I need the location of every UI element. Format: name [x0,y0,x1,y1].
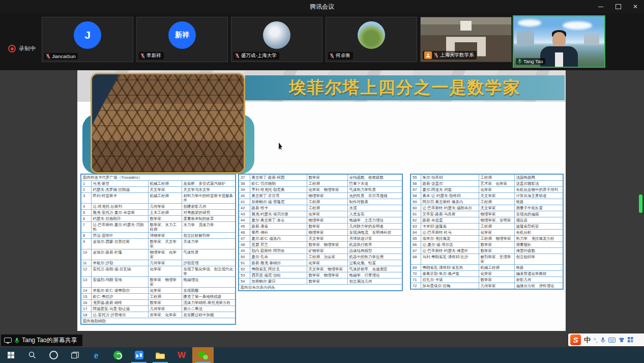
skin-icon[interactable] [619,337,625,343]
360-browser-button[interactable] [107,347,128,363]
name-cell: 亚瑟·莫兰 [250,242,307,248]
row-number: 42 [239,205,250,211]
sogou-input-toolbar[interactable]: S 中 °, [568,333,644,346]
row-number: 53 [239,272,250,278]
contribution-cell: 制作对数表 [347,199,402,205]
row-number: 38 [239,181,250,187]
name-cell: 米歇尔·沙勒 [91,260,148,266]
row-number: 10 [81,249,91,260]
profession-cell: 数学家 [307,278,347,285]
participant-name-bar: 上海大学数学系 [423,51,477,60]
name-cell: 皮埃尔·路易·杜隆 [91,249,148,260]
name-cell: 奥古斯丁·菲涅耳 [250,193,307,199]
table-row: 69弗朗索瓦·泽维耶·索瓦热机械工程师铁路 [411,265,563,271]
table-row: 11米歇尔·沙勒几何学家沙勒定理 [81,260,236,266]
toolbox-icon[interactable] [628,337,633,343]
contribution-cell: 计算出海王星轨道 [514,193,563,199]
name-cell: 马克·塞甘 [91,181,148,187]
cortana-button[interactable] [43,347,64,363]
window-title: 腾讯会议 [0,0,644,13]
360-browser-icon [113,351,122,359]
eiffel-tower-photo [91,73,245,174]
profession-cell: 工程师 [479,224,514,230]
table-row: 37奥古斯丁·路易·柯西数学家全纯函数、收敛级数 [239,174,402,181]
table-footer-row: 面向拉布尔多内码头 [239,285,402,291]
voice-input-icon[interactable] [600,337,605,343]
name-cell: 让-安托万·沙普塔尔 [91,312,148,318]
recording-indicator: 录制中 [8,45,36,52]
profession-cell: 数学家 [148,300,182,306]
row-number: 66 [411,242,421,248]
contribution-cell: 机器执行效率 [347,242,402,248]
row-number: 12 [81,266,91,277]
tencent-meeting-button[interactable] [128,347,150,363]
participant-tile-jiancaisun[interactable]: J JiancaiSun [42,17,133,62]
contribution-cell: 巴黎下水道 [347,181,402,187]
row-number: 63 [411,224,421,230]
sogou-logo-icon[interactable]: S [570,334,581,345]
close-button[interactable]: ✕ [627,0,644,13]
row-number: 46 [239,230,250,236]
participant-tile-shu-math-dept[interactable]: 上海大学数学系 [420,17,512,62]
participant-tile-hezhuoheng[interactable]: 何卓衡 [326,17,417,62]
ime-mode-indicator[interactable]: 中 [584,336,591,345]
contribution-cell: 发现了氧化学说、创立现代化学 [182,266,236,277]
profession-cell: 化学家 [307,211,347,217]
name-cell: 让-夏尔·德·博尔达 [421,242,479,248]
mouse-cursor [279,143,283,150]
wps-office-button[interactable]: W [171,347,192,363]
scroll-indicator[interactable] [639,194,642,213]
name-cell: 莱昂·傅科 [250,230,307,236]
participant-tile-lixinxiang[interactable]: 新祥 李新祥 [136,17,228,62]
mic-on-icon [517,59,522,64]
name-cell: 夏尔·奥古斯丁·库仑 [250,217,307,224]
wechat-icon [198,351,208,359]
name-cell: 弗朗索瓦·阿拉戈 [250,266,307,272]
search-button[interactable] [21,347,43,363]
participant-tile-shengwancheng[interactable]: 盛万成-上海大学 [231,17,323,62]
table-row: 39亨利·维克托·勒尼奥化学家、物理学家气体热力学性质 [239,187,402,193]
name-cell: 让·巴蒂斯特·约瑟夫·傅里叶 [421,248,479,254]
contribution-cell: 有机分析 [514,230,563,236]
row-number: 50 [239,254,250,260]
contribution-cell: 感应器 [514,217,563,224]
punctuation-icon[interactable]: °, [594,337,597,343]
profession-cell: 物理学家 [479,211,514,217]
name-cell: 亨利·维克托·勒尼奥 [250,187,307,193]
keyboard-icon[interactable] [608,338,616,343]
profession-cell: 天文学家 [307,236,347,242]
eiffel-names-table-middle: 37奥古斯丁·路易·柯西数学家全纯函数、收敛级数38欧仁·贝尔格朗工程师巴黎下水… [238,174,403,291]
contribution-cell: 创立组织学 [514,254,563,265]
start-button[interactable] [0,347,21,363]
table-row: 63卡米耶·波隆索工程师波隆索型桁架 [411,224,563,230]
row-number: 3 [81,193,91,204]
minimize-button[interactable] [592,0,609,13]
table-row: 1马克·塞甘机械工程师悬索桥、多管式蒸汽锅炉 [81,181,236,187]
profession-cell: 机械工程师 [479,265,514,271]
name-cell: 让-维克托·彭赛列 [91,204,148,210]
file-explorer-button[interactable] [150,347,171,363]
screen-share-banner[interactable]: Tang Tao的屏幕共享 [1,334,82,346]
table-row: 9皮埃尔-西蒙·拉普拉斯数学家、天文学家天体力学 [81,239,236,249]
row-number: 69 [411,265,421,271]
edge-browser-button[interactable]: e [85,347,107,363]
participant-tile-tang-tao[interactable]: Tang Tao [513,15,605,68]
recording-label: 录制中 [19,45,36,52]
table-row: 59阿尔贝·奥古斯特·佩多内工程师铁路 [411,199,563,205]
row-number: 70 [411,271,421,277]
contribution-cell: 傅里叶级数 [514,248,563,254]
wechat-button[interactable] [192,347,214,363]
contribution-cell: 人造宝石 [347,211,402,217]
maximize-button[interactable] [609,0,627,13]
profession-cell: 数学家 [479,277,514,283]
table-row: 14米歇尔·欧仁·谢弗勒尔化学家发现肌酸 [81,288,236,294]
row-number: 5 [81,210,91,216]
name-cell: 乔治·居维叶 [91,233,148,239]
contribution-cell: 测量舰长 [514,242,563,248]
row-number: 40 [239,193,250,199]
table-header-row: 面向特洛卡代罗广场（Trocadéro） [81,174,236,181]
row-number: 58 [411,193,421,199]
contribution-cell: 水力学、流体力学 [182,222,236,233]
row-number: 7 [81,222,91,233]
task-view-button[interactable] [64,347,85,363]
